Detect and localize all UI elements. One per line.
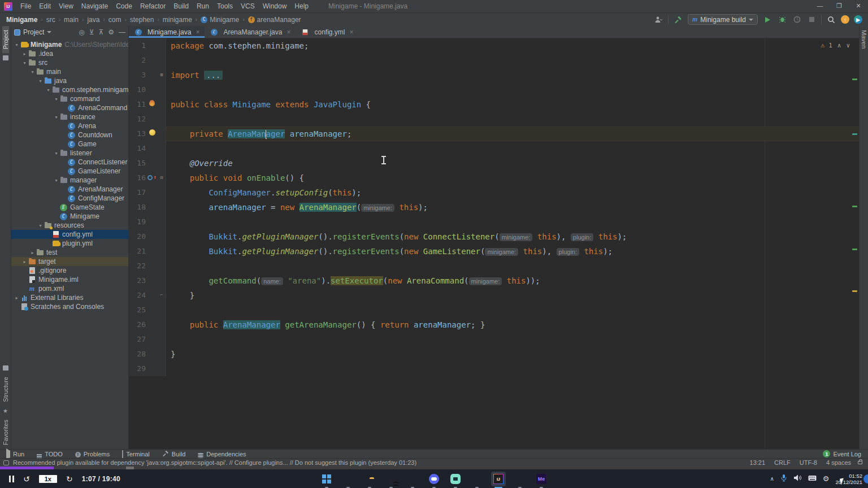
tree-chevron-icon[interactable]: ▾	[21, 60, 28, 66]
tree-item-gamelistener[interactable]: CGameListener	[11, 167, 128, 176]
coverage-button[interactable]	[792, 15, 802, 25]
settings-gear-icon[interactable]: ⚙	[108, 28, 114, 36]
tree-item-listener[interactable]: ▾listener	[11, 149, 128, 158]
status-message[interactable]: Recommended plugin available for depende…	[13, 459, 416, 466]
tree-item-test[interactable]: ▸test	[11, 248, 128, 257]
code-line-27[interactable]: 27	[129, 332, 859, 347]
taskbar-app-windows-start[interactable]	[319, 472, 334, 486]
line-number[interactable]: 2	[129, 53, 146, 68]
code-line-25[interactable]: 25	[129, 303, 859, 317]
code-line-21[interactable]: 21 Bukkit.getPluginManager().registerEve…	[129, 244, 859, 259]
line-number[interactable]: 17	[129, 185, 146, 200]
tree-item-arenacommand[interactable]: CArenaCommand	[11, 103, 128, 112]
tree-chevron-icon[interactable]: ▾	[53, 151, 59, 156]
tool-button-dependencies[interactable]: Dependencies	[192, 450, 252, 458]
tree-item-external-libraries[interactable]: ▸External Libraries	[11, 293, 128, 302]
tree-item-scratches-and-consoles[interactable]: Scratches and Consoles	[11, 302, 128, 311]
taskbar-app-spotify[interactable]	[384, 472, 398, 486]
close-button[interactable]: ✕	[849, 0, 868, 12]
tree-item-config.yml[interactable]: config.yml	[11, 230, 128, 239]
volume-icon[interactable]	[793, 474, 802, 483]
line-number[interactable]: 13	[129, 127, 146, 141]
line-number[interactable]: 18	[129, 200, 146, 215]
code-text[interactable]	[166, 141, 859, 156]
line-number[interactable]: 15	[129, 156, 146, 171]
status-item-2[interactable]: UTF-8	[800, 459, 817, 466]
code-text[interactable]: arenaManager = new ArenaManager(minigame…	[166, 200, 859, 215]
menu-run[interactable]: Run	[193, 0, 213, 12]
tree-chevron-icon[interactable]: ▸	[29, 250, 36, 255]
line-number[interactable]: 16	[129, 171, 146, 185]
locate-file-icon[interactable]: ◎	[79, 28, 84, 36]
gutter-override-icon[interactable]: ↑	[146, 170, 158, 186]
line-number[interactable]: 28	[129, 347, 146, 361]
code-text[interactable]: Bukkit.getPluginManager().registerEvents…	[166, 244, 859, 259]
line-number[interactable]: 25	[129, 303, 146, 317]
line-number[interactable]: 12	[129, 112, 146, 127]
code-text[interactable]: @Override	[166, 156, 859, 171]
code-line-19[interactable]: 19	[129, 215, 859, 229]
line-number[interactable]: 20	[129, 229, 146, 244]
line-number[interactable]: 29	[129, 361, 146, 376]
playback-speed-button[interactable]: 1x	[39, 475, 57, 483]
stripe-tab-structure[interactable]: Structure	[2, 373, 9, 406]
tree-chevron-icon[interactable]: ▾	[37, 223, 44, 228]
tab-close-icon[interactable]: ×	[196, 28, 199, 36]
breadcrumb-item-com[interactable]: com	[108, 16, 122, 24]
event-log-button[interactable]: 1 Event Log	[823, 450, 868, 457]
menu-edit[interactable]: Edit	[35, 0, 55, 12]
fold-marker-icon[interactable]: ⌐	[158, 288, 165, 303]
code-line-13[interactable]: 13 private ArenaManager arenaManager;	[129, 127, 859, 141]
stripe-tab-maven[interactable]: Maven	[861, 26, 867, 53]
gutter-flame-icon[interactable]	[146, 97, 158, 112]
stripe-mark-2[interactable]	[852, 206, 857, 207]
taskbar-app-discord[interactable]	[427, 472, 441, 486]
stripe-mark-4[interactable]	[852, 290, 857, 292]
tree-item-game[interactable]: CGame	[11, 140, 128, 149]
stripe-mark-0[interactable]	[852, 79, 857, 80]
rewind-icon[interactable]: ↺	[23, 474, 30, 483]
menu-code[interactable]: Code	[112, 0, 136, 12]
code-text[interactable]	[166, 303, 859, 317]
code-line-11[interactable]: 11public class Minigame extends JavaPlug…	[129, 97, 859, 112]
stripe-mark-1[interactable]	[852, 133, 857, 135]
tray-overflow-icon[interactable]: ∧	[770, 476, 774, 482]
tab-close-icon[interactable]: ×	[350, 28, 354, 36]
tree-item-instance[interactable]: ▾instance	[11, 112, 128, 121]
tab-config-yml[interactable]: config.yml×	[296, 26, 358, 38]
code-text[interactable]	[166, 259, 859, 273]
taskbar-app-brave[interactable]	[341, 472, 355, 486]
tree-item-minigame[interactable]: ▾MinigameC:\Users\Stephen\IdeaProjects	[11, 40, 128, 49]
taskbar-app-media-encoder[interactable]: Me	[534, 472, 549, 486]
tree-chevron-icon[interactable]: ▸	[14, 295, 20, 300]
taskbar-app-intellij[interactable]: IJ	[491, 472, 506, 486]
line-number[interactable]: 23	[129, 273, 146, 288]
code-text[interactable]: package com.stephen.minigame;	[166, 38, 859, 53]
tree-item-gamestate[interactable]: EGameState	[11, 203, 128, 212]
project-view-selector[interactable]: Project	[14, 28, 51, 36]
taskbar-app-file-explorer[interactable]	[362, 472, 377, 486]
tree-item-arenamanager[interactable]: CArenaManager	[11, 185, 128, 194]
code-line-23[interactable]: 23 getCommand(name: "arena").setExecutor…	[129, 273, 859, 288]
tree-item-java[interactable]: ▾java	[11, 76, 128, 85]
line-number[interactable]: 21	[129, 244, 146, 259]
maximize-button[interactable]: ❐	[830, 0, 849, 12]
menu-tools[interactable]: Tools	[213, 0, 237, 12]
breadcrumb-item-stephen[interactable]: stephen	[129, 16, 155, 24]
tree-item-connectlistener[interactable]: CConnectListener	[11, 158, 128, 167]
code-line-17[interactable]: 17 ConfigManager.setupConfig(this);	[129, 185, 859, 200]
tree-item-.gitignore[interactable]: .gitignore	[11, 266, 128, 275]
tab-arenamanager-java[interactable]: CArenaManager.java×	[205, 26, 296, 38]
tree-item-.idea[interactable]: ▸.idea	[11, 49, 128, 58]
line-number[interactable]: 22	[129, 259, 146, 273]
hide-panel-icon[interactable]: —	[119, 28, 125, 36]
tree-item-com.stephen.minigame[interactable]: ▾com.stephen.minigame	[11, 85, 128, 94]
taskbar-app-crafting-table[interactable]	[470, 472, 484, 486]
code-line-28[interactable]: 28}	[129, 347, 859, 361]
code-line-10[interactable]: 10	[129, 82, 859, 97]
line-number[interactable]: 19	[129, 215, 146, 229]
stripe-mark-3[interactable]	[852, 249, 857, 250]
tree-item-command[interactable]: ▾command	[11, 94, 128, 103]
line-number[interactable]: 1	[129, 38, 146, 53]
code-text[interactable]: }	[166, 347, 859, 361]
